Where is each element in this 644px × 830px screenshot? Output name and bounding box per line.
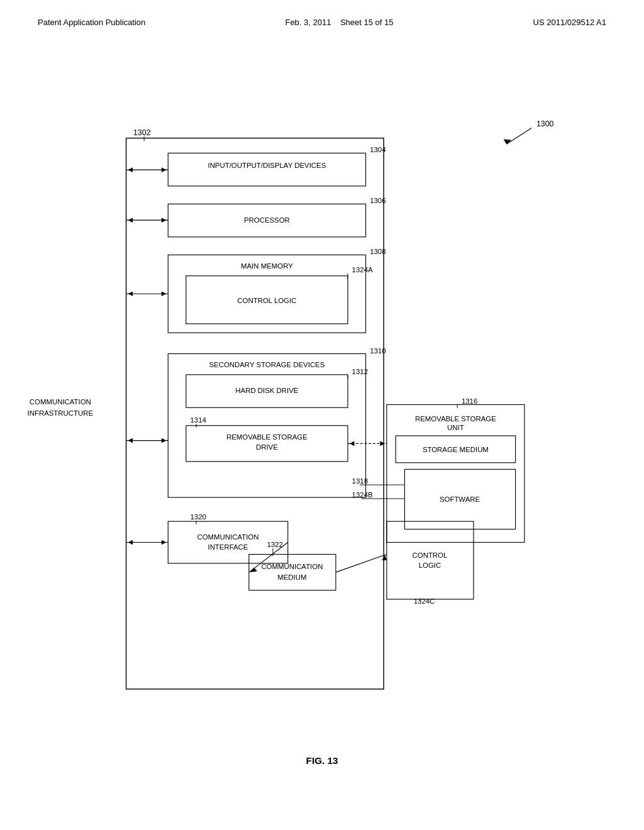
svg-marker-62 xyxy=(380,441,385,446)
svg-marker-45 xyxy=(128,438,133,443)
header-center: Feb. 3, 2011 Sheet 15 of 15 xyxy=(285,18,393,27)
svg-marker-19 xyxy=(162,218,167,223)
svg-text:INPUT/OUTPUT/DISPLAY DEVICES: INPUT/OUTPUT/DISPLAY DEVICES xyxy=(208,162,326,169)
svg-text:1304: 1304 xyxy=(370,146,386,153)
svg-text:SOFTWARE: SOFTWARE xyxy=(440,495,480,503)
svg-text:1324C: 1324C xyxy=(414,597,435,605)
svg-text:HARD DISK DRIVE: HARD DISK DRIVE xyxy=(235,387,299,394)
svg-text:FIG. 13: FIG. 13 xyxy=(306,755,338,766)
svg-text:1308: 1308 xyxy=(370,248,386,255)
svg-marker-18 xyxy=(128,218,133,223)
header-right: US 2011/029512 A1 xyxy=(533,18,606,27)
svg-text:PROCESSOR: PROCESSOR xyxy=(244,216,290,224)
svg-text:COMMUNICATION: COMMUNICATION xyxy=(261,563,323,570)
svg-rect-6 xyxy=(168,153,365,185)
svg-text:1316: 1316 xyxy=(462,397,477,405)
svg-text:REMOVABLE STORAGE: REMOVABLE STORAGE xyxy=(226,433,308,441)
patent-diagram: 1300 1302 INPUT/OUTPUT/DISPLAY DEVICES 1… xyxy=(0,33,644,788)
svg-text:1300: 1300 xyxy=(536,119,554,128)
svg-text:COMMUNICATION: COMMUNICATION xyxy=(197,533,258,541)
svg-text:LOGIC: LOGIC xyxy=(419,562,441,569)
diagram-container: 1300 1302 INPUT/OUTPUT/DISPLAY DEVICES 1… xyxy=(0,33,644,788)
svg-text:SECONDARY STORAGE DEVICES: SECONDARY STORAGE DEVICES xyxy=(209,361,325,368)
svg-text:1324A: 1324A xyxy=(352,266,373,274)
svg-text:1302: 1302 xyxy=(133,128,151,137)
svg-marker-29 xyxy=(128,291,133,296)
svg-marker-30 xyxy=(162,291,167,296)
svg-marker-11 xyxy=(128,167,133,172)
svg-marker-61 xyxy=(350,441,355,446)
svg-line-1 xyxy=(506,128,531,144)
svg-line-83 xyxy=(336,555,387,573)
svg-text:CONTROL: CONTROL xyxy=(413,551,448,559)
svg-text:1312: 1312 xyxy=(352,368,368,375)
svg-text:INTERFACE: INTERFACE xyxy=(208,543,248,551)
svg-text:STORAGE MEDIUM: STORAGE MEDIUM xyxy=(423,446,489,453)
svg-text:INFRASTRUCTURE: INFRASTRUCTURE xyxy=(28,409,94,417)
svg-text:1324B: 1324B xyxy=(352,491,373,499)
svg-marker-82 xyxy=(250,568,257,573)
svg-text:UNIT: UNIT xyxy=(447,424,464,431)
svg-marker-69 xyxy=(128,540,133,545)
svg-text:1320: 1320 xyxy=(190,513,206,521)
svg-text:1306: 1306 xyxy=(370,197,386,204)
svg-text:REMOVABLE STORAGE: REMOVABLE STORAGE xyxy=(415,415,496,423)
header-left: Patent Application Publication xyxy=(38,18,145,27)
svg-text:COMMUNICATION: COMMUNICATION xyxy=(30,398,91,406)
svg-text:CONTROL LOGIC: CONTROL LOGIC xyxy=(237,297,296,304)
svg-rect-71 xyxy=(249,555,336,590)
svg-text:1322: 1322 xyxy=(267,541,282,548)
svg-rect-76 xyxy=(387,521,474,599)
svg-text:DRIVE: DRIVE xyxy=(256,443,278,451)
svg-text:MAIN MEMORY: MAIN MEMORY xyxy=(241,262,293,270)
page-header: Patent Application Publication Feb. 3, 2… xyxy=(0,0,644,33)
svg-marker-70 xyxy=(162,540,167,545)
svg-text:1318: 1318 xyxy=(352,477,368,485)
svg-text:MEDIUM: MEDIUM xyxy=(277,573,306,581)
svg-text:1314: 1314 xyxy=(190,416,206,424)
svg-text:1310: 1310 xyxy=(370,347,386,355)
svg-marker-12 xyxy=(162,167,167,172)
svg-marker-46 xyxy=(162,438,167,443)
